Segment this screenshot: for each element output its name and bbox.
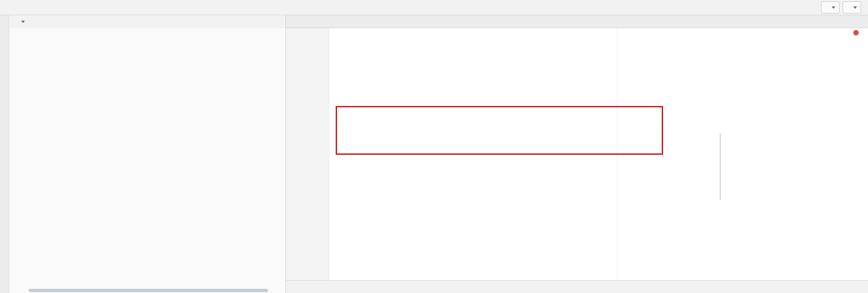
horizontal-scrollbar[interactable] [29, 289, 268, 292]
toolbar-actions [808, 1, 864, 13]
main-toolbar [0, 0, 868, 15]
android-studio-window [0, 0, 868, 293]
editor-tabs [286, 15, 868, 28]
make-project-button[interactable] [808, 2, 818, 12]
chevron-down-icon [832, 6, 835, 9]
margin-guide [617, 28, 618, 280]
highlight-box [336, 106, 663, 155]
project-panel-header [9, 15, 285, 28]
device-select[interactable] [843, 1, 861, 13]
run-config-select[interactable] [821, 1, 839, 13]
editor-gutter [286, 28, 329, 280]
editor-breadcrumbs [286, 280, 868, 293]
error-indicator[interactable] [853, 30, 859, 35]
code-editor[interactable] [286, 28, 868, 280]
editor-area [286, 15, 868, 293]
scrollbar-thumb[interactable] [720, 133, 721, 200]
project-tree [9, 28, 285, 293]
chevron-down-icon [853, 6, 857, 9]
chevron-down-icon[interactable] [21, 21, 25, 23]
tool-window-stripe [0, 15, 9, 293]
project-tool-window [9, 15, 285, 293]
